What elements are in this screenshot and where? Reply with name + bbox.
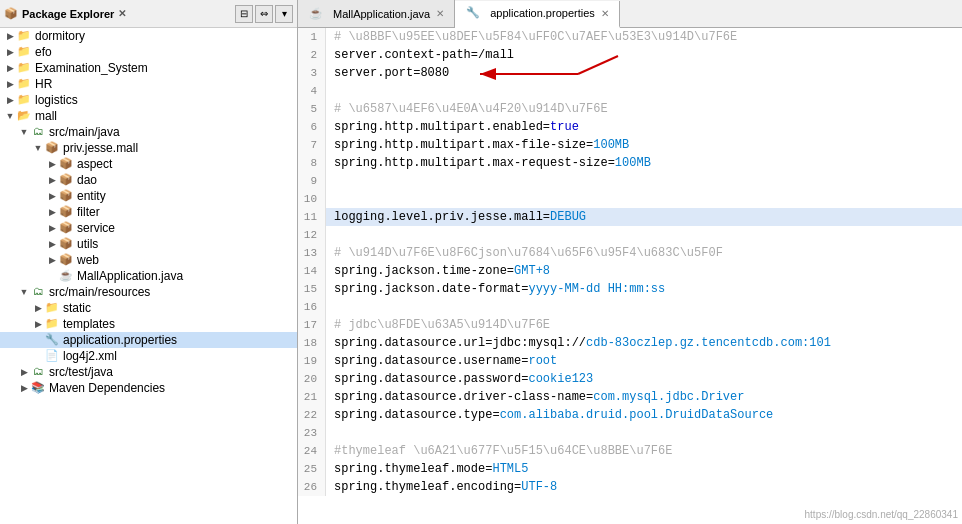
java-tab-icon: ☕	[308, 7, 324, 21]
tree-item-label: logistics	[35, 93, 78, 107]
collapse-all-button[interactable]: ⊟	[235, 5, 253, 23]
tree-item-label: Maven Dependencies	[49, 381, 165, 395]
tree-item-web[interactable]: ▶ 📦 web	[0, 252, 297, 268]
src-folder-icon: 🗂	[30, 285, 46, 299]
expand-arrow: ▶	[18, 367, 30, 377]
editor-tabs: ☕ MallApplication.java ✕ 🔧 application.p…	[298, 0, 962, 28]
expand-arrow: ▶	[4, 63, 16, 73]
line-number: 16	[298, 298, 326, 316]
expand-arrow: ▼	[4, 111, 16, 121]
package-icon: 📦	[58, 221, 74, 235]
project-icon: 📁	[16, 93, 32, 107]
tree-item-application-properties[interactable]: ▶ 🔧 application.properties	[0, 332, 297, 348]
view-menu-button[interactable]: ▾	[275, 5, 293, 23]
expand-arrow: ▶	[4, 95, 16, 105]
tree-item-label: Examination_System	[35, 61, 148, 75]
line-content: spring.thymeleaf.encoding=UTF-8	[326, 478, 557, 496]
tree-item-src-main-resources[interactable]: ▼ 🗂 src/main/resources	[0, 284, 297, 300]
tree-item-label: utils	[77, 237, 98, 251]
expand-arrow: ▶	[32, 303, 44, 313]
code-line: 15 spring.jackson.date-format=yyyy-MM-dd…	[298, 280, 962, 298]
tree-item-label: HR	[35, 77, 52, 91]
package-icon: 📦	[58, 173, 74, 187]
tab-label: application.properties	[490, 7, 595, 19]
line-number: 7	[298, 136, 326, 154]
expand-arrow: ▼	[18, 287, 30, 297]
panel-toolbar: ⊟ ⇔ ▾	[235, 5, 293, 23]
tree-item-examination-system[interactable]: ▶ 📁 Examination_System	[0, 60, 297, 76]
expand-arrow: ▶	[32, 319, 44, 329]
tab-mall-application[interactable]: ☕ MallApplication.java ✕	[298, 0, 455, 27]
line-number: 21	[298, 388, 326, 406]
tree-item-static[interactable]: ▶ 📁 static	[0, 300, 297, 316]
line-content	[326, 172, 341, 190]
tree-item-log4j2-xml[interactable]: ▶ 📄 log4j2.xml	[0, 348, 297, 364]
tree-item-service[interactable]: ▶ 📦 service	[0, 220, 297, 236]
project-icon: 📁	[16, 29, 32, 43]
tree-item-label: dormitory	[35, 29, 85, 43]
tree-item-maven-dependencies[interactable]: ▶ 📚 Maven Dependencies	[0, 380, 297, 396]
tree-item-mall[interactable]: ▼ 📂 mall	[0, 108, 297, 124]
tree-item-label: filter	[77, 205, 100, 219]
tree-item-priv-jesse-mall[interactable]: ▼ 📦 priv.jesse.mall	[0, 140, 297, 156]
code-line: 3 server.port=8080	[298, 64, 962, 82]
code-line: 16	[298, 298, 962, 316]
line-number: 18	[298, 334, 326, 352]
code-line: 9	[298, 172, 962, 190]
tree-item-dormitory[interactable]: ▶ 📁 dormitory	[0, 28, 297, 44]
line-number: 23	[298, 424, 326, 442]
tree-item-src-test-java[interactable]: ▶ 🗂 src/test/java	[0, 364, 297, 380]
tree-item-entity[interactable]: ▶ 📦 entity	[0, 188, 297, 204]
line-number: 8	[298, 154, 326, 172]
editor-panel: ☕ MallApplication.java ✕ 🔧 application.p…	[298, 0, 962, 524]
code-line: 17 # jdbc\u8FDE\u63A5\u914D\u7F6E	[298, 316, 962, 334]
link-with-editor-button[interactable]: ⇔	[255, 5, 273, 23]
tree-item-mallapplication-java[interactable]: ▶ ☕ MallApplication.java	[0, 268, 297, 284]
tab-application-properties[interactable]: 🔧 application.properties ✕	[455, 1, 620, 28]
tree-item-label: templates	[63, 317, 115, 331]
tree-item-label: log4j2.xml	[63, 349, 117, 363]
tree-item-aspect[interactable]: ▶ 📦 aspect	[0, 156, 297, 172]
line-number: 12	[298, 226, 326, 244]
expand-arrow: ▶	[46, 207, 58, 217]
package-icon: 📦	[44, 141, 60, 155]
line-number: 6	[298, 118, 326, 136]
tree-item-hr[interactable]: ▶ 📁 HR	[0, 76, 297, 92]
package-icon: 📦	[58, 237, 74, 251]
tree-item-utils[interactable]: ▶ 📦 utils	[0, 236, 297, 252]
line-content: spring.http.multipart.max-file-size=100M…	[326, 136, 629, 154]
tree-item-efo[interactable]: ▶ 📁 efo	[0, 44, 297, 60]
tree-item-label: service	[77, 221, 115, 235]
project-icon: 📁	[16, 45, 32, 59]
tree-item-label: mall	[35, 109, 57, 123]
expand-arrow: ▶	[18, 383, 30, 393]
line-content: spring.jackson.time-zone=GMT+8	[326, 262, 550, 280]
code-line: 26 spring.thymeleaf.encoding=UTF-8	[298, 478, 962, 496]
line-number: 4	[298, 82, 326, 100]
code-line: 24 #thymeleaf \u6A21\u677F\u5F15\u64CE\u…	[298, 442, 962, 460]
tab-close-icon[interactable]: ✕	[601, 8, 609, 19]
line-number: 17	[298, 316, 326, 334]
tree-item-templates[interactable]: ▶ 📁 templates	[0, 316, 297, 332]
tree-item-filter[interactable]: ▶ 📦 filter	[0, 204, 297, 220]
tree-item-src-main-java[interactable]: ▼ 🗂 src/main/java	[0, 124, 297, 140]
tab-close-icon[interactable]: ✕	[436, 8, 444, 19]
tree-item-logistics[interactable]: ▶ 📁 logistics	[0, 92, 297, 108]
java-file-icon: ☕	[58, 269, 74, 283]
src-folder-icon: 🗂	[30, 365, 46, 379]
line-content: # \u914D\u7F6E\u8F6Cjson\u7684\u65F6\u95…	[326, 244, 723, 262]
code-line: 23	[298, 424, 962, 442]
panel-close-icon[interactable]: ✕	[118, 8, 126, 19]
line-number: 10	[298, 190, 326, 208]
maven-deps-icon: 📚	[30, 381, 46, 395]
package-icon: 📦	[58, 253, 74, 267]
tree-item-label: entity	[77, 189, 106, 203]
tree-item-dao[interactable]: ▶ 📦 dao	[0, 172, 297, 188]
code-editor[interactable]: 1 # \u8BBF\u95EE\u8DEF\u5F84\uFF0C\u7AEF…	[298, 28, 962, 524]
expand-arrow: ▶	[32, 335, 44, 345]
line-number: 2	[298, 46, 326, 64]
tree-item-label: priv.jesse.mall	[63, 141, 138, 155]
line-content: # \u8BBF\u95EE\u8DEF\u5F84\uFF0C\u7AEF\u…	[326, 28, 737, 46]
package-icon: 📦	[58, 205, 74, 219]
expand-arrow: ▶	[4, 47, 16, 57]
